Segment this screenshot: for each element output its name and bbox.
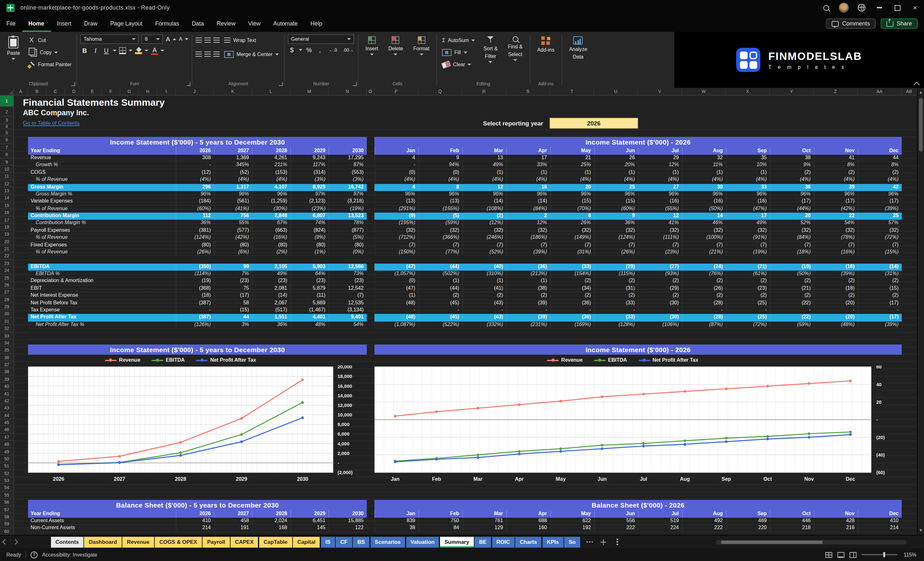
row-header-6[interactable]: 6 bbox=[0, 136, 14, 144]
value-cell[interactable]: 8% bbox=[858, 162, 902, 169]
row-header-38[interactable]: 38 bbox=[0, 368, 14, 376]
value-cell[interactable]: (1) bbox=[550, 170, 594, 176]
value-cell[interactable]: 96% bbox=[176, 191, 214, 198]
value-cell[interactable]: 7% bbox=[214, 271, 252, 278]
value-cell[interactable]: 2 bbox=[506, 213, 550, 220]
value-cell[interactable]: 2,081 bbox=[252, 285, 290, 292]
grow-font-button[interactable]: A bbox=[166, 36, 176, 43]
value-cell[interactable]: 6,451 bbox=[290, 518, 328, 524]
value-cell[interactable]: 96% bbox=[252, 191, 290, 198]
value-cell[interactable]: (3%) bbox=[328, 176, 367, 183]
value-cell[interactable]: (4%) bbox=[550, 176, 594, 183]
row-header-40[interactable]: 40 bbox=[0, 383, 14, 390]
value-cell[interactable]: (80) bbox=[214, 242, 252, 248]
header-cell[interactable]: May bbox=[550, 147, 594, 155]
row-label-cell[interactable]: Gross Margin bbox=[28, 184, 176, 191]
value-cell[interactable]: (23) bbox=[726, 285, 770, 292]
value-cell[interactable]: (14) bbox=[506, 198, 550, 205]
value-cell[interactable]: (11) bbox=[290, 292, 328, 299]
value-cell[interactable]: (33) bbox=[594, 300, 638, 306]
value-cell[interactable]: (32) bbox=[418, 227, 462, 234]
column-header-O[interactable]: O bbox=[367, 88, 375, 95]
value-cell[interactable]: 20 bbox=[770, 213, 814, 220]
value-cell[interactable]: (1) bbox=[726, 170, 770, 176]
header-cell[interactable]: Apr bbox=[506, 510, 550, 518]
row-label-cell[interactable]: Net Profit Before Tax bbox=[28, 300, 176, 306]
value-cell[interactable]: 17 bbox=[506, 155, 550, 161]
value-cell[interactable]: (186%) bbox=[506, 234, 550, 241]
value-cell[interactable]: (2) bbox=[682, 278, 726, 285]
value-cell[interactable]: (33) bbox=[550, 263, 594, 271]
row-header-9[interactable]: 9 bbox=[0, 158, 14, 165]
menu-review[interactable]: Review bbox=[210, 15, 242, 32]
row-header-15[interactable]: 15 bbox=[0, 202, 14, 209]
column-header-F[interactable]: F bbox=[102, 88, 120, 95]
value-cell[interactable]: (5%) bbox=[328, 234, 367, 241]
value-cell[interactable]: 6 bbox=[550, 213, 594, 220]
value-cell[interactable]: 214 bbox=[858, 525, 902, 532]
value-cell[interactable]: 222 bbox=[682, 525, 726, 532]
row-label-cell[interactable]: EBITDA bbox=[28, 263, 176, 271]
value-cell[interactable]: (1) bbox=[506, 278, 550, 285]
value-cell[interactable]: 84 bbox=[418, 525, 462, 532]
value-cell[interactable]: (47) bbox=[375, 285, 418, 292]
row-header-56[interactable]: 56 bbox=[0, 499, 14, 506]
value-cell[interactable]: (16) bbox=[638, 198, 682, 205]
header-cell[interactable]: Sep bbox=[726, 510, 770, 518]
value-cell[interactable]: (381) bbox=[176, 227, 214, 234]
clipboard-dialog-launcher[interactable] bbox=[72, 82, 75, 86]
value-cell[interactable]: (80) bbox=[328, 242, 367, 248]
number-format-select[interactable]: General bbox=[288, 34, 354, 44]
value-cell[interactable]: 622 bbox=[550, 518, 594, 524]
value-cell[interactable]: 8% bbox=[814, 162, 858, 169]
value-cell[interactable]: (2) bbox=[814, 278, 858, 285]
row-header-3[interactable]: 3 bbox=[0, 117, 14, 124]
column-header-E[interactable]: E bbox=[83, 88, 102, 95]
value-cell[interactable]: 27 bbox=[638, 184, 682, 191]
menu-page-layout[interactable]: Page Layout bbox=[104, 15, 149, 32]
value-cell[interactable]: (31%) bbox=[550, 249, 594, 256]
row-header-34[interactable]: 34 bbox=[0, 339, 14, 347]
value-cell[interactable]: (1) bbox=[682, 170, 726, 176]
value-cell[interactable]: 38 bbox=[770, 155, 814, 161]
row-header-54[interactable]: 54 bbox=[0, 484, 14, 492]
row-header-41[interactable]: 41 bbox=[0, 390, 14, 398]
value-cell[interactable]: 21 bbox=[550, 155, 594, 161]
value-cell[interactable]: (15) bbox=[858, 285, 902, 292]
row-header-37[interactable]: 37 bbox=[0, 361, 14, 368]
value-cell[interactable]: (78%) bbox=[814, 234, 858, 241]
column-header-R[interactable]: R bbox=[462, 88, 506, 95]
value-cell[interactable]: 48% bbox=[290, 321, 328, 328]
value-cell[interactable]: (4%) bbox=[375, 176, 418, 183]
value-cell[interactable]: (877) bbox=[328, 227, 367, 234]
value-cell[interactable]: 761 bbox=[462, 518, 506, 524]
value-cell[interactable]: (18) bbox=[814, 285, 858, 292]
comments-button[interactable]: Comments bbox=[826, 18, 876, 28]
value-cell[interactable]: (7) bbox=[814, 242, 858, 248]
value-cell[interactable]: 29 bbox=[638, 155, 682, 161]
value-cell[interactable]: (154%) bbox=[550, 271, 594, 278]
value-cell[interactable]: (50%) bbox=[770, 271, 814, 278]
tab-options-icon[interactable] bbox=[616, 541, 618, 543]
value-cell[interactable]: (7) bbox=[638, 242, 682, 248]
value-cell[interactable]: 2,848 bbox=[252, 213, 290, 220]
column-header-K[interactable]: K bbox=[214, 88, 252, 95]
value-cell[interactable]: 112 bbox=[176, 213, 214, 220]
value-cell[interactable]: (52) bbox=[214, 170, 252, 176]
sheet-tab-charts[interactable]: Charts bbox=[516, 537, 542, 547]
value-cell[interactable]: - bbox=[176, 162, 214, 169]
value-cell[interactable]: - bbox=[814, 307, 858, 314]
collapse-ribbon-icon[interactable] bbox=[915, 81, 919, 86]
menu-file[interactable]: File bbox=[0, 15, 22, 32]
menu-home[interactable]: Home bbox=[22, 15, 51, 32]
column-header-U[interactable]: U bbox=[594, 88, 638, 95]
excel-app-icon[interactable] bbox=[6, 3, 15, 12]
row-header-22[interactable]: 22 bbox=[0, 252, 14, 260]
header-cell[interactable]: Mar bbox=[462, 147, 506, 155]
value-cell[interactable]: (32) bbox=[858, 227, 902, 234]
value-cell[interactable]: (4%) bbox=[462, 176, 506, 183]
value-cell[interactable]: (153) bbox=[252, 170, 290, 176]
value-cell[interactable]: (84%) bbox=[770, 234, 814, 241]
value-cell[interactable]: 96% bbox=[726, 191, 770, 198]
column-header-T[interactable]: T bbox=[550, 88, 594, 95]
